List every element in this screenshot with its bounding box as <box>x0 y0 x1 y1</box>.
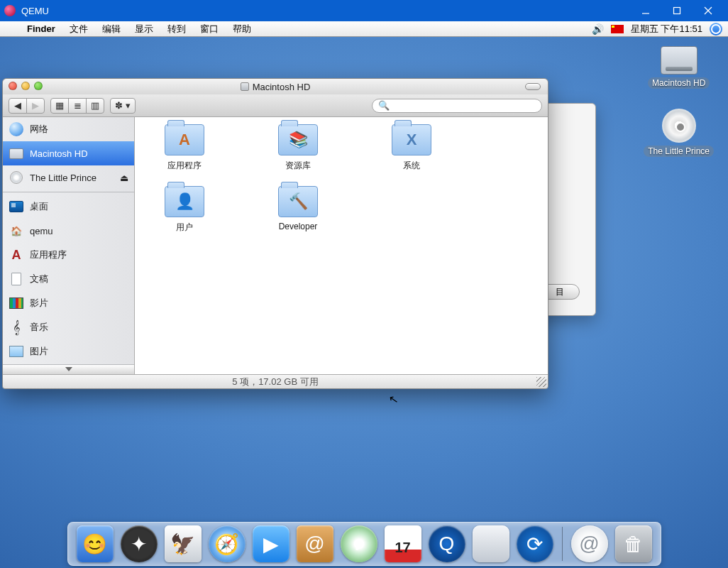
sidebar-item-desktop[interactable]: 桌面 <box>3 195 134 219</box>
applications-icon: A <box>9 247 24 263</box>
desktop-icon <box>9 201 23 212</box>
folder-label: 资源库 <box>285 160 311 172</box>
menu-help[interactable]: 帮助 <box>226 23 258 36</box>
view-list-button[interactable]: ≣ <box>68 98 87 114</box>
picture-icon <box>9 346 23 357</box>
sidebar-item-label: 影片 <box>30 297 48 310</box>
sidebar-separator <box>3 192 134 192</box>
sidebar-item-documents[interactable]: 文稿 <box>3 267 134 291</box>
host-maximize-button[interactable] <box>661 0 693 21</box>
icon-label: Macintosh HD <box>648 77 710 89</box>
dock-dashboard[interactable]: ✦ <box>119 524 159 564</box>
softwareupdate-icon: ⟳ <box>517 525 553 562</box>
quicktime-icon: Q <box>429 525 465 562</box>
sidebar-item-label: The Little Prince <box>30 173 96 183</box>
folder-library[interactable]: 📚 资源库 <box>263 124 333 172</box>
dock-addressbook[interactable]: @ <box>295 524 335 564</box>
menu-window[interactable]: 窗口 <box>193 23 226 36</box>
window-title: Macintosh HD <box>253 82 311 92</box>
dock-container: 😊 ✦ 🦅 🧭 ▶ @ ♪ JUL17 Q ⟳ @ 🗑 <box>0 522 728 566</box>
search-icon: 🔍 <box>378 100 390 111</box>
ichat-icon: ▶ <box>253 525 289 562</box>
sidebar-item-home[interactable]: 🏠 qemu <box>3 219 134 243</box>
dock-softwareupdate[interactable]: ⟳ <box>515 524 555 564</box>
back-button[interactable]: ◀ <box>9 98 27 114</box>
sysprefs-icon <box>473 525 509 562</box>
dock-separator <box>562 527 563 561</box>
search-field[interactable]: 🔍 <box>372 99 542 113</box>
sidebar-item-pictures[interactable]: 图片 <box>3 339 134 364</box>
folder-icon: 📚 <box>278 124 318 155</box>
sidebar-item-the-little-prince[interactable]: The Little Prince ⏏ <box>3 165 134 190</box>
sidebar-item-network[interactable]: 网络 <box>3 117 134 141</box>
sidebar-item-label: 桌面 <box>30 200 48 213</box>
dock-mail[interactable]: 🦅 <box>163 524 203 564</box>
harddrive-icon <box>9 148 23 159</box>
dock-finder[interactable]: 😊 <box>75 524 115 564</box>
dock-dotmac[interactable]: @ <box>570 524 610 564</box>
folder-developer[interactable]: 🔨 Developer <box>263 186 333 234</box>
sidebar-item-applications[interactable]: A 应用程序 <box>3 243 134 267</box>
finder-sidebar: 网络 Macintosh HD The Little Prince ⏏ 桌面 <box>3 117 135 374</box>
mouse-cursor: ↖ <box>387 392 399 407</box>
input-source-icon[interactable] <box>611 25 624 33</box>
dock-itunes[interactable]: ♪ <box>339 524 379 564</box>
finder-statusbar: 5 项，17.02 GB 可用 <box>3 374 548 388</box>
resize-grip[interactable] <box>536 377 546 387</box>
app-menu[interactable]: Finder <box>20 23 62 34</box>
music-icon: 𝄞 <box>9 320 24 335</box>
dock-trash[interactable]: 🗑 <box>614 524 653 564</box>
window-minimize-button[interactable] <box>21 82 30 90</box>
sidebar-item-macintosh-hd[interactable]: Macintosh HD <box>3 141 134 165</box>
menu-view[interactable]: 显示 <box>128 23 160 36</box>
globe-icon <box>9 122 23 136</box>
spotlight-icon[interactable] <box>710 23 722 36</box>
cd-icon <box>10 171 23 184</box>
dock-sysprefs[interactable] <box>471 524 511 564</box>
forward-button[interactable]: ▶ <box>26 98 45 114</box>
macos-desktop[interactable]: Finder 文件 编辑 显示 转到 窗口 帮助 🔊 星期五 下午11:51 M… <box>0 21 728 568</box>
volume-icon[interactable]: 🔊 <box>592 23 604 35</box>
view-columns-button[interactable]: ▥ <box>86 98 104 114</box>
folder-icon: 🔨 <box>278 186 318 217</box>
view-icons-button[interactable]: ▦ <box>50 98 69 114</box>
finder-icon: 😊 <box>77 525 114 562</box>
dock-ichat[interactable]: ▶ <box>251 524 291 564</box>
host-minimize-button[interactable] <box>630 0 661 21</box>
window-close-button[interactable] <box>9 82 17 90</box>
folder-icon: A <box>165 124 204 155</box>
movie-icon <box>9 297 23 309</box>
sidebar-item-music[interactable]: 𝄞 音乐 <box>3 315 134 339</box>
folder-users[interactable]: 👤 用户 <box>149 186 220 234</box>
folder-label: 系统 <box>403 160 420 172</box>
menu-go[interactable]: 转到 <box>160 23 193 36</box>
finder-body: 网络 Macintosh HD The Little Prince ⏏ 桌面 <box>3 117 548 374</box>
dock-ical[interactable]: JUL17 <box>383 524 423 564</box>
eject-icon[interactable]: ⏏ <box>120 173 128 183</box>
finder-content[interactable]: A 应用程序 📚 资源库 X 系统 👤 用户 🔨 Developer <box>135 117 548 374</box>
action-menu-button[interactable]: ✽ ▾ <box>110 98 136 114</box>
folder-label: Developer <box>279 222 318 231</box>
dock-quicktime[interactable]: Q <box>427 524 467 564</box>
host-close-button[interactable] <box>693 0 724 21</box>
sidebar-scroll-indicator[interactable] <box>3 364 134 374</box>
menu-edit[interactable]: 编辑 <box>95 23 128 36</box>
sidebar-item-label: 应用程序 <box>30 248 67 261</box>
finder-titlebar[interactable]: Macintosh HD <box>3 79 548 94</box>
desktop-icon-the-little-prince[interactable]: The Little Prince <box>644 109 714 157</box>
menubar-clock[interactable]: 星期五 下午11:51 <box>631 23 702 36</box>
folder-system[interactable]: X 系统 <box>376 124 447 172</box>
menu-file[interactable]: 文件 <box>62 23 95 36</box>
dock-safari[interactable]: 🧭 <box>207 524 247 564</box>
folder-applications[interactable]: A 应用程序 <box>149 124 220 172</box>
ical-icon: JUL17 <box>385 525 421 562</box>
search-input[interactable] <box>394 100 536 111</box>
toolbar-toggle-button[interactable] <box>525 83 541 90</box>
desktop-icon-macintosh-hd[interactable]: Macintosh HD <box>648 46 710 89</box>
window-zoom-button[interactable] <box>34 82 43 90</box>
dotmac-icon: @ <box>571 525 608 562</box>
sidebar-item-label: 音乐 <box>30 321 48 334</box>
sidebar-item-movies[interactable]: 影片 <box>3 291 134 315</box>
home-icon: 🏠 <box>9 223 24 239</box>
proxy-icon[interactable] <box>241 82 249 91</box>
